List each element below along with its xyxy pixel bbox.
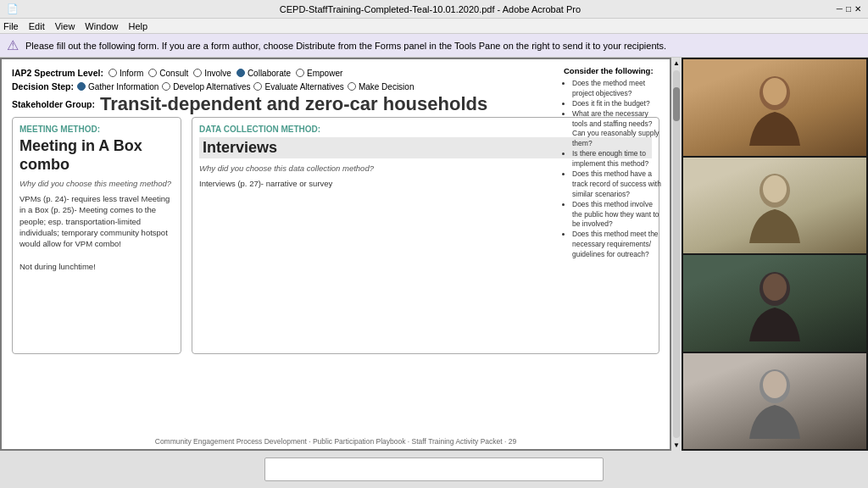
person1-silhouette bbox=[741, 69, 809, 146]
pdf-viewer: IAP2 Spectrum Level: Inform Consult Invo… bbox=[0, 58, 671, 451]
decision-make[interactable]: Make Decision bbox=[348, 82, 415, 92]
notification-icon: ⚠ bbox=[7, 37, 19, 53]
svg-point-1 bbox=[763, 78, 787, 105]
consider-section: Consider the following: Does the method … bbox=[564, 66, 661, 260]
spectrum-label: IAP2 Spectrum Level: bbox=[12, 68, 103, 78]
meeting-method-answer: VPMs (p. 24)- requires less travel Meeti… bbox=[19, 193, 174, 272]
minimize-button[interactable]: ─ bbox=[837, 4, 843, 14]
decision-evaluate[interactable]: Evaluate Alternatives bbox=[253, 82, 343, 92]
spectrum-inform[interactable]: Inform bbox=[108, 69, 143, 78]
menu-file[interactable]: File bbox=[3, 21, 19, 31]
consider-item: Does it fit in the budget? bbox=[572, 99, 661, 109]
svg-point-7 bbox=[763, 371, 787, 398]
window-title: CEPD-StaffTraining-Completed-Teal-10.01.… bbox=[24, 4, 837, 14]
svg-point-5 bbox=[763, 274, 787, 301]
notification-bar: ⚠ Please fill out the following form. If… bbox=[0, 34, 868, 58]
close-button[interactable]: ✕ bbox=[854, 4, 861, 14]
consider-item: Is there enough time to implement this m… bbox=[572, 149, 661, 169]
video-cell-2 bbox=[683, 158, 866, 254]
menu-help[interactable]: Help bbox=[128, 21, 147, 31]
video-panel bbox=[682, 58, 868, 451]
meeting-method-question: Why did you choose this meeting method? bbox=[19, 179, 174, 188]
menu-view[interactable]: View bbox=[55, 21, 75, 31]
app-icon: 📄 bbox=[7, 3, 19, 14]
consider-item: Does this method meet the necessary requ… bbox=[572, 230, 661, 260]
video-cell-3 bbox=[683, 255, 866, 352]
pdf-footer: Community Engagement Process Development… bbox=[2, 437, 670, 446]
decision-develop[interactable]: Develop Alternatives bbox=[162, 82, 250, 92]
spectrum-row: IAP2 Spectrum Level: Inform Consult Invo… bbox=[12, 68, 659, 78]
consider-list: Does the method meet project objectives?… bbox=[564, 79, 661, 260]
consider-title: Consider the following: bbox=[564, 66, 661, 75]
video-cell-4 bbox=[683, 353, 866, 450]
meeting-method-header: MEETING METHOD: bbox=[19, 125, 174, 134]
video-cell-1 bbox=[683, 59, 866, 156]
scroll-down-arrow[interactable]: ▼ bbox=[671, 440, 682, 451]
menu-edit[interactable]: Edit bbox=[29, 21, 45, 31]
bottom-bar bbox=[0, 451, 868, 488]
scroll-up-arrow[interactable]: ▲ bbox=[671, 58, 682, 69]
pdf-page: IAP2 Spectrum Level: Inform Consult Invo… bbox=[2, 59, 670, 449]
svg-point-3 bbox=[763, 175, 787, 202]
decision-label: Decision Step: bbox=[12, 81, 74, 92]
person3-silhouette bbox=[741, 265, 809, 341]
person2-silhouette bbox=[741, 167, 809, 243]
spectrum-collaborate[interactable]: Collaborate bbox=[236, 69, 291, 78]
menu-bar: File Edit View Window Help bbox=[0, 19, 868, 34]
spectrum-involve[interactable]: Involve bbox=[193, 69, 231, 78]
maximize-button[interactable]: □ bbox=[846, 4, 851, 14]
consider-item: What are the necessary tools and staffin… bbox=[572, 109, 661, 150]
main-area: IAP2 Spectrum Level: Inform Consult Invo… bbox=[0, 58, 868, 451]
stakeholder-label: Stakeholder Group: bbox=[12, 99, 95, 109]
bottom-input-area[interactable] bbox=[264, 458, 604, 481]
person4-silhouette bbox=[741, 363, 809, 439]
scroll-track[interactable] bbox=[673, 70, 680, 438]
scroll-thumb[interactable] bbox=[673, 87, 680, 121]
methods-row: MEETING METHOD: Meeting in A Box combo W… bbox=[12, 117, 659, 354]
spectrum-empower[interactable]: Empower bbox=[296, 69, 342, 78]
window-controls[interactable]: ─ □ ✕ bbox=[837, 4, 861, 14]
consider-item: Does this method involve the public how … bbox=[572, 200, 661, 230]
notification-text: Please fill out the following form. If y… bbox=[25, 41, 666, 51]
meeting-method-title: Meeting in A Box combo bbox=[19, 137, 174, 174]
consider-item: Does this method have a track record of … bbox=[572, 169, 661, 200]
decision-gather[interactable]: Gather Information bbox=[77, 82, 159, 92]
consider-item: Does the method meet project objectives? bbox=[572, 79, 661, 99]
scrollbar[interactable]: ▲ ▼ bbox=[671, 58, 682, 451]
meeting-method-box: MEETING METHOD: Meeting in A Box combo W… bbox=[12, 117, 181, 354]
title-bar: 📄 CEPD-StaffTraining-Completed-Teal-10.0… bbox=[0, 0, 868, 19]
menu-window[interactable]: Window bbox=[85, 21, 118, 31]
stakeholder-value: Transit-dependent and zero-car household… bbox=[100, 95, 487, 114]
spectrum-consult[interactable]: Consult bbox=[148, 69, 188, 78]
